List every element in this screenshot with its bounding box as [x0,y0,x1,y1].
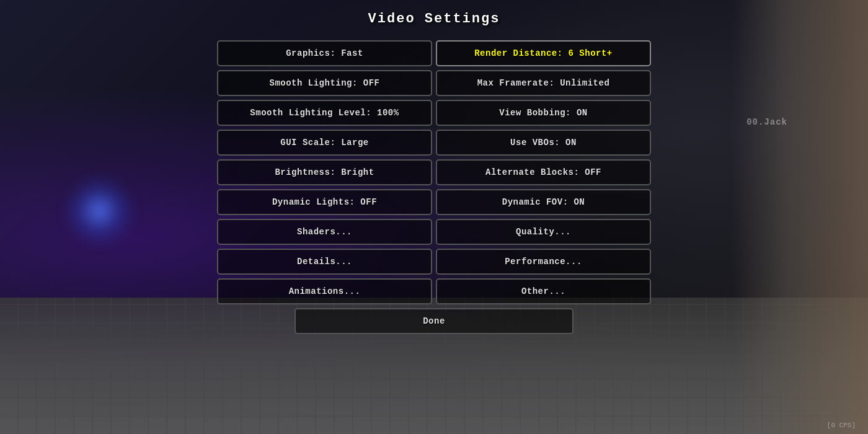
alternate-blocks-button[interactable]: Alternate Blocks: OFF [436,159,651,185]
quality-button[interactable]: Quality... [436,219,651,245]
max-framerate-button[interactable]: Max Framerate: Unlimited [436,70,651,96]
other-button[interactable]: Other... [436,278,651,304]
animations-button[interactable]: Animations... [217,278,432,304]
view-bobbing-button[interactable]: View Bobbing: ON [436,100,651,126]
brightness-button[interactable]: Brightness: Bright [217,159,432,185]
graphics-button[interactable]: Graphics: Fast [217,40,432,66]
smooth-lighting-button[interactable]: Smooth Lighting: OFF [217,70,432,96]
dynamic-fov-button[interactable]: Dynamic FOV: ON [436,189,651,215]
shaders-button[interactable]: Shaders... [217,219,432,245]
cps-counter: [0 CPS] [827,422,856,429]
overlay: Video Settings Graphics: Fast Render Dis… [0,0,868,434]
done-button[interactable]: Done [294,308,574,334]
username-watermark: 00.Jack [746,117,787,127]
settings-grid: Graphics: Fast Render Distance: 6 Short+… [217,40,651,304]
gui-scale-button[interactable]: GUI Scale: Large [217,130,432,156]
smooth-lighting-level-button[interactable]: Smooth Lighting Level: 100% [217,100,432,126]
performance-button[interactable]: Performance... [436,249,651,275]
page-title: Video Settings [368,11,500,27]
use-vbos-button[interactable]: Use VBOs: ON [436,130,651,156]
render-distance-button[interactable]: Render Distance: 6 Short+ [436,40,651,66]
dynamic-lights-button[interactable]: Dynamic Lights: OFF [217,189,432,215]
details-button[interactable]: Details... [217,249,432,275]
